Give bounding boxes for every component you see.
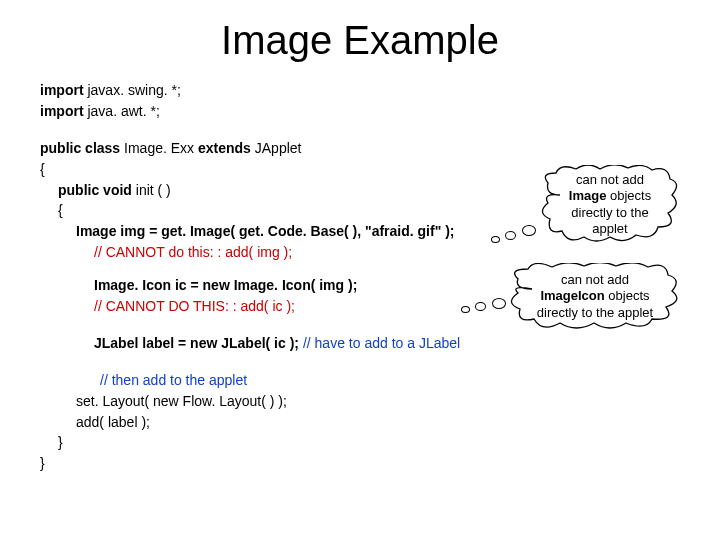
- bubble2-line3: directly to the applet: [537, 304, 653, 319]
- bubble2-line2b: ImageIcon: [540, 288, 604, 303]
- import1-rest: javax. swing. *;: [84, 82, 181, 98]
- kw-public-class: public class: [40, 140, 124, 156]
- kw-public-void: public void: [58, 182, 132, 198]
- kw-import: import: [40, 82, 84, 98]
- img-assign: Image img = get. Image( get. Code. Base(…: [76, 223, 455, 239]
- addlabel: add( label );: [76, 413, 720, 432]
- bubble2-line2r: objects: [605, 288, 650, 303]
- bubble1-line4: applet: [592, 220, 627, 235]
- import2-rest: java. awt. *;: [84, 103, 160, 119]
- method-name: init ( ): [132, 182, 171, 198]
- comment-cannot1: // CANNOT do this: : add( img );: [94, 243, 720, 262]
- bubble-tail-icon: [492, 298, 506, 309]
- bubble-tail-icon: [522, 225, 536, 236]
- setlayout: set. Layout( new Flow. Layout( ) );: [76, 392, 720, 411]
- bubble-tail-icon: [505, 231, 516, 240]
- kw-import: import: [40, 103, 84, 119]
- thought-bubble-imageicon: can not add ImageIcon objects directly t…: [510, 263, 680, 329]
- brace-close: }: [58, 433, 720, 452]
- bubble1-line3: directly to the: [571, 204, 648, 219]
- bubble2-line1: can not add: [561, 272, 629, 287]
- bubble1-line2r: objects: [606, 188, 651, 203]
- icon-assign: Image. Icon ic = new Image. Icon( img );: [94, 277, 357, 293]
- bubble1-line2b: Image: [569, 188, 607, 203]
- bubble-tail-icon: [461, 306, 470, 313]
- bubble1-line1: can not add: [576, 172, 644, 187]
- bubble-tail-icon: [491, 236, 500, 243]
- brace-close: }: [40, 454, 720, 473]
- bubble-tail-icon: [475, 302, 486, 311]
- classname: Image. Exx: [124, 140, 198, 156]
- comment-jlabel: // have to add to a JLabel: [299, 335, 460, 351]
- thought-bubble-image: can not add Image objects directly to th…: [540, 165, 680, 243]
- kw-extends: extends: [198, 140, 255, 156]
- comment-thenadd: // then add to the applet: [100, 371, 720, 390]
- slide-title: Image Example: [0, 18, 720, 63]
- label-assign: JLabel label = new JLabel( ic );: [94, 335, 299, 351]
- superclass: JApplet: [255, 140, 302, 156]
